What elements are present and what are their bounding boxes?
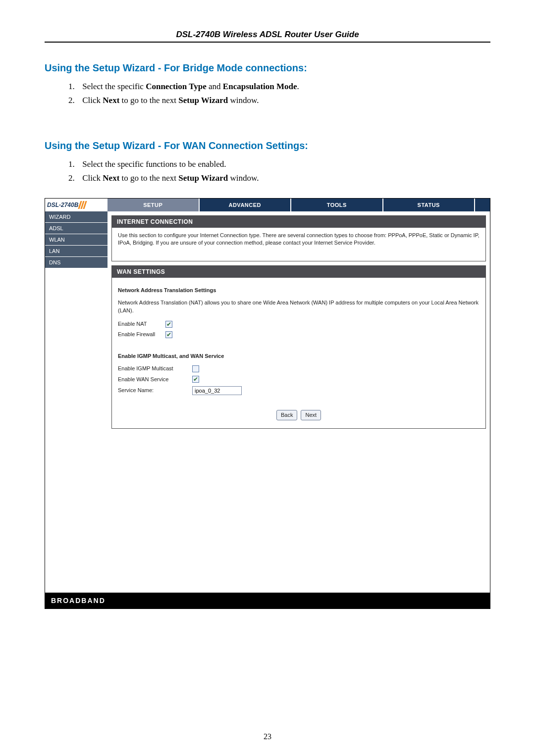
step-text: to go to the next <box>119 173 178 183</box>
enable-firewall-checkbox[interactable] <box>165 331 172 338</box>
sidebar-item-wizard[interactable]: WIZARD <box>45 211 107 222</box>
step-bold: Next <box>103 96 119 105</box>
enable-igmp-checkbox[interactable] <box>192 365 199 372</box>
enable-igmp-row: Enable IGMP Multicast <box>118 365 480 372</box>
panel-desc: Use this section to configure your Inter… <box>118 232 480 247</box>
step-text: window. <box>228 96 259 105</box>
sidebar-item-adsl[interactable]: ADSL <box>45 222 107 234</box>
topnav-spacer <box>475 199 490 211</box>
service-name-row: Service Name: <box>118 386 480 395</box>
ui-body: WIZARD ADSL WLAN LAN DNS INTERNET CONNEC… <box>45 211 490 593</box>
back-button[interactable]: Back <box>276 410 297 420</box>
wan-settings-panel: WAN SETTINGS Network Address Translation… <box>111 265 486 429</box>
enable-wan-label: Enable WAN Service <box>118 376 192 383</box>
step-bold: Encapsulation Mode <box>223 82 297 91</box>
enable-nat-checkbox[interactable] <box>165 321 172 328</box>
service-name-label: Service Name: <box>118 387 192 394</box>
sidebar-item-lan[interactable]: LAN <box>45 245 107 256</box>
step-num: 2. <box>68 173 80 183</box>
step-bold: Setup Wizard <box>178 173 228 183</box>
step-num: 2. <box>68 96 80 105</box>
enable-igmp-label: Enable IGMP Multicast <box>118 365 192 372</box>
step-text: Select the specific <box>82 82 146 91</box>
panel-header: INTERNET CONNECTION <box>112 216 485 228</box>
step-text: window. <box>228 173 259 183</box>
step-bold: Connection Type <box>146 82 207 91</box>
left-nav: WIZARD ADSL WLAN LAN DNS <box>45 211 107 593</box>
step-num: 1. <box>68 82 80 92</box>
step-text: Select the specific functions to be enab… <box>82 159 226 169</box>
page-number: 23 <box>0 732 535 741</box>
step-text: and <box>207 82 223 91</box>
sidebar-item-dns[interactable]: DNS <box>45 256 107 268</box>
content-area: INTERNET CONNECTION Use this section to … <box>107 211 490 593</box>
nat-heading: Network Address Translation Settings <box>118 287 480 294</box>
step: 2. Click Next to go to the next Setup Wi… <box>68 96 490 105</box>
button-row: Back Next <box>118 410 480 420</box>
section2-heading: Using the Setup Wizard - For WAN Connect… <box>45 140 490 151</box>
step: 1. Select the specific functions to be e… <box>68 159 490 169</box>
step: 2. Click Next to go to the next Setup Wi… <box>68 173 490 183</box>
nat-desc: Network Address Translation (NAT) allows… <box>118 299 480 314</box>
internet-connection-panel: INTERNET CONNECTION Use this section to … <box>111 215 486 261</box>
panel-header: WAN SETTINGS <box>112 266 485 278</box>
section1-steps: 1. Select the specific Connection Type a… <box>68 82 490 105</box>
step-text: . <box>297 82 299 91</box>
section1-heading: Using the Setup Wizard - For Bridge Mode… <box>45 62 490 74</box>
enable-nat-row: Enable NAT <box>118 320 480 328</box>
logo-cell: DSL-2740B <box>45 199 107 211</box>
tab-tools[interactable]: TOOLS <box>291 199 383 211</box>
step-bold: Setup Wizard <box>178 96 228 105</box>
step-text: to go to the next <box>119 96 178 105</box>
enable-wan-row: Enable WAN Service <box>118 376 480 383</box>
tab-setup[interactable]: SETUP <box>107 199 200 211</box>
next-button[interactable]: Next <box>301 410 321 420</box>
panel-body: Network Address Translation Settings Net… <box>112 278 485 421</box>
step-text: Click <box>82 173 103 183</box>
enable-nat-label: Enable NAT <box>118 320 165 328</box>
enable-firewall-label: Enable Firewall <box>118 331 165 338</box>
enable-wan-checkbox[interactable] <box>192 376 199 383</box>
igmp-heading: Enable IGMP Multicast, and WAN Service <box>118 353 480 360</box>
logo-text: DSL-2740B <box>47 202 78 208</box>
step-bold: Next <box>103 173 119 183</box>
sidebar-item-wlan[interactable]: WLAN <box>45 234 107 245</box>
guide-header: DSL-2740B Wireless ADSL Router User Guid… <box>45 30 490 43</box>
enable-firewall-row: Enable Firewall <box>118 331 480 338</box>
footer-bar: BROADBAND <box>45 593 490 608</box>
step-num: 1. <box>68 159 80 169</box>
top-row: DSL-2740B SETUP ADVANCED TOOLS STATUS <box>45 199 490 211</box>
step: 1. Select the specific Connection Type a… <box>68 82 490 92</box>
tab-advanced[interactable]: ADVANCED <box>200 199 292 211</box>
router-ui-screenshot: DSL-2740B SETUP ADVANCED TOOLS STATUS WI… <box>45 198 490 609</box>
service-name-input[interactable] <box>192 386 242 395</box>
tab-status[interactable]: STATUS <box>383 199 476 211</box>
panel-body: Use this section to configure your Inter… <box>112 228 485 247</box>
logo-bars-icon <box>79 201 86 209</box>
top-nav: SETUP ADVANCED TOOLS STATUS <box>107 199 490 211</box>
step-text: Click <box>82 96 103 105</box>
section2-steps: 1. Select the specific functions to be e… <box>68 159 490 183</box>
